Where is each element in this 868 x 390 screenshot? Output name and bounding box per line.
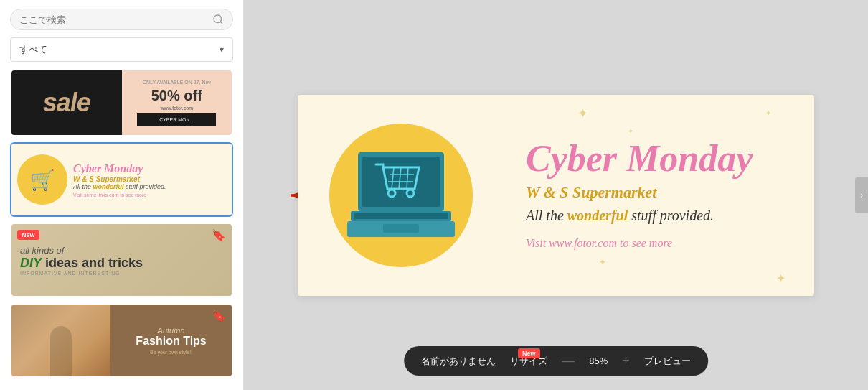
banner-wonderful-line: All the wonderful stuff provided. (526, 208, 793, 224)
right-panel-toggle[interactable]: › (855, 177, 868, 213)
cyber-monday-title-small: Cyber Monday (73, 162, 166, 175)
category-select[interactable]: すべて ▾ (0, 37, 243, 69)
svg-line-1 (220, 22, 222, 24)
cyber-card-text: Cyber Monday W & S Supermarket All the w… (73, 162, 166, 198)
banner-text-area: Cyber Monday W & S Supermarket All the w… (504, 126, 814, 264)
sale-left-panel: sale (11, 70, 122, 135)
minus-button[interactable]: — (562, 353, 575, 368)
sidebar: すべて ▾ sale ONLY AVAILABLE ON 27, Nov 50%… (0, 0, 244, 390)
sale-right-panel: ONLY AVAILABLE ON 27, Nov 50% off www.fo… (122, 70, 232, 135)
banner-cyber-title: Cyber Monday (526, 140, 793, 177)
category-label: すべて (19, 43, 47, 56)
discount-text: 50% off (151, 88, 202, 104)
autumn-word: Autumn (158, 326, 185, 335)
bookmark-icon: 🔖 (212, 228, 226, 242)
plus-button[interactable]: + (622, 353, 630, 368)
fashion-tips-text: Fashion Tips (136, 335, 206, 348)
all-kinds-text: all kinds of (20, 245, 143, 256)
star-deco-3: ✦ (599, 257, 606, 267)
banner-ws-name: W & S Supermarket (526, 183, 793, 202)
template-card-diy[interactable]: New 🔖 all kinds of DIY ideas and tricks … (10, 223, 233, 297)
toolbar-new-badge: New (518, 348, 540, 358)
preview-button[interactable]: プレビュー (644, 355, 691, 368)
laptop-illustration (344, 149, 458, 242)
only-available-text: ONLY AVAILABLE ON 27, Nov (143, 80, 211, 85)
template-list: sale ONLY AVAILABLE ON 27, Nov 50% off w… (0, 69, 243, 390)
resize-container: New リサイズ (510, 354, 547, 368)
ws-supermarket-small: W & S Supermarket (73, 175, 166, 183)
search-icon (212, 14, 224, 25)
bottom-toolbar: 名前がありません New リサイズ — 85% + プレビュー (404, 346, 708, 376)
bookmark-icon-autumn: 🔖 (212, 309, 226, 322)
banner-laptop-area (298, 124, 504, 267)
chevron-down-icon: ▾ (220, 45, 224, 55)
search-input-wrap[interactable] (10, 9, 233, 30)
be-your-text: Be your own style!! (150, 350, 192, 355)
cyber-bar-text: CYBER MON... (159, 117, 194, 122)
cyber-bar: CYBER MON... (137, 113, 216, 126)
banner-wonderful-word: wonderful (567, 208, 628, 223)
main-canvas-area: ✦ ✦ ✦ ✦ ✦ (244, 0, 868, 390)
preview-banner: ✦ ✦ ✦ ✦ ✦ (298, 95, 814, 296)
diy-text: all kinds of DIY ideas and tricks INFORM… (20, 245, 143, 276)
sale-text: sale (43, 88, 90, 118)
star-deco-1: ✦ (577, 106, 588, 121)
chevron-right-icon: › (860, 190, 863, 200)
template-card-autumn[interactable]: 🔖 Autumn Fashion Tips Be your own style!… (10, 303, 233, 378)
visit-line-small: Visit some links com to see more (73, 192, 166, 198)
cyber-laptop-circle: 🛒 (17, 154, 67, 205)
category-dropdown[interactable]: すべて ▾ (10, 37, 233, 62)
wonderful-line-small: All the wonderful stuff provided. (73, 183, 166, 190)
search-input[interactable] (19, 14, 212, 25)
website-text: www.fotor.com (160, 106, 193, 111)
laptop-icon: 🛒 (30, 168, 55, 192)
diy-main-text: DIY ideas and tricks (20, 256, 143, 271)
star-deco-4: ✦ (776, 271, 786, 285)
autumn-photo (11, 305, 110, 376)
search-bar (0, 0, 243, 37)
template-card-sale[interactable]: sale ONLY AVAILABLE ON 27, Nov 50% off w… (10, 69, 233, 136)
name-button[interactable]: 名前がありません (421, 355, 496, 368)
yellow-circle (329, 124, 473, 267)
template-card-cyber[interactable]: 🛒 Cyber Monday W & S Supermarket All the… (10, 142, 233, 217)
star-deco-2: ✦ (628, 127, 633, 135)
cyber-card-content: 🛒 Cyber Monday W & S Supermarket All the… (11, 144, 232, 215)
banner-all-the: All the (526, 208, 564, 223)
star-deco-5: ✦ (765, 109, 771, 117)
svg-point-0 (214, 15, 222, 23)
zoom-percent: 85% (589, 356, 608, 366)
svg-rect-16 (383, 224, 419, 233)
svg-rect-14 (354, 213, 448, 219)
banner-visit-text: Visit www.fotor.com to see more (526, 237, 793, 250)
new-badge: New (17, 230, 39, 240)
banner-stuff-provided: stuff provided. (631, 208, 714, 223)
diy-subtext: INFORMATIVE AND INTERESTING (20, 271, 143, 276)
